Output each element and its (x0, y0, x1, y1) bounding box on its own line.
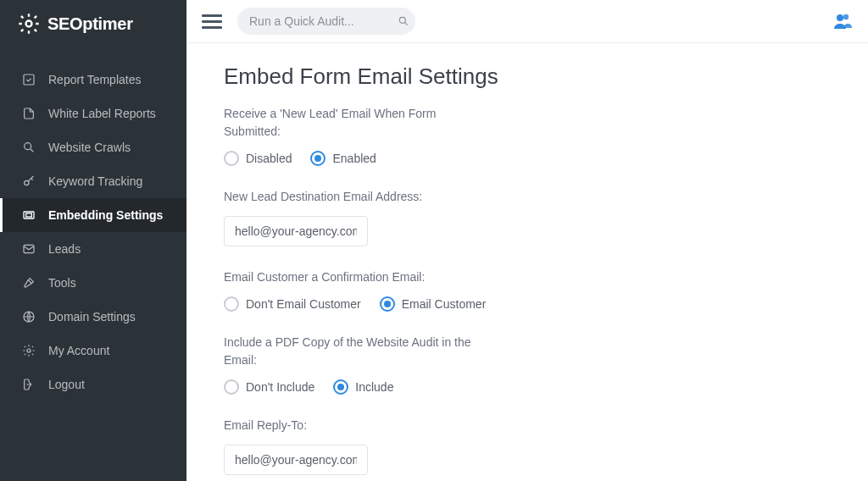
user-menu-button[interactable] (832, 11, 853, 31)
svg-rect-4 (24, 212, 34, 218)
sidebar-item-domain-settings[interactable]: Domain Settings (0, 300, 186, 334)
sidebar-item-report-templates[interactable]: Report Templates (0, 63, 186, 97)
sidebar-item-leads[interactable]: Leads (0, 232, 186, 266)
sidebar-item-logout[interactable]: Logout (0, 368, 186, 401)
sidebar-item-website-crawls[interactable]: Website Crawls (0, 130, 186, 164)
sidebar: SEOptimer Report Templates White Label R… (0, 0, 186, 481)
sidebar-item-tools[interactable]: Tools (0, 266, 186, 300)
radio-icon (333, 379, 348, 395)
sidebar-item-white-label-reports[interactable]: White Label Reports (0, 97, 186, 130)
sidebar-item-label: Report Templates (48, 73, 141, 86)
pdf-dont-include-radio[interactable]: Don't Include (224, 379, 314, 395)
radio-icon (380, 296, 395, 312)
confirm-email-label: Email Customer a Confirmation Email: (224, 268, 495, 286)
embed-icon (21, 207, 36, 223)
document-icon (21, 106, 36, 121)
reply-to-label: Email Reply-To: (224, 417, 495, 434)
globe-icon (21, 309, 36, 324)
sidebar-item-label: White Label Reports (48, 107, 156, 120)
hammer-icon (21, 275, 36, 290)
radio-label: Include (355, 380, 393, 394)
menu-toggle-button[interactable] (202, 11, 222, 31)
mail-icon (21, 241, 36, 257)
svg-point-11 (843, 14, 849, 19)
radio-label: Email Customer (402, 297, 487, 311)
new-lead-disabled-radio[interactable]: Disabled (224, 151, 292, 166)
sidebar-item-label: Keyword Tracking (48, 174, 142, 188)
sidebar-item-label: Website Crawls (48, 141, 131, 154)
radio-label: Don't Include (246, 380, 314, 394)
radio-icon (224, 296, 239, 312)
radio-label: Enabled (332, 152, 376, 165)
radio-icon (224, 379, 239, 395)
svg-point-2 (25, 143, 31, 150)
radio-label: Disabled (246, 152, 292, 165)
pencil-square-icon (21, 72, 36, 87)
new-lead-label: Receive a 'New Lead' Email When Form Sub… (224, 105, 495, 141)
sidebar-item-label: Leads (48, 242, 81, 256)
dest-email-input[interactable] (224, 216, 368, 246)
magnify-icon (21, 140, 36, 155)
radio-icon (310, 151, 326, 166)
sidebar-item-label: Embedding Settings (48, 208, 163, 222)
brand-name: SEOptimer (47, 14, 133, 34)
nav: Report Templates White Label Reports Web… (0, 47, 186, 401)
dest-email-label: New Lead Destination Email Address: (224, 188, 495, 206)
logo[interactable]: SEOptimer (0, 0, 186, 47)
sidebar-item-label: Logout (48, 378, 85, 391)
svg-point-9 (399, 18, 405, 24)
confirm-email-radio[interactable]: Email Customer (380, 296, 487, 312)
reply-to-input[interactable] (224, 445, 368, 475)
content: Embed Form Email Settings Receive a 'New… (186, 43, 868, 481)
svg-point-10 (837, 14, 843, 21)
svg-rect-1 (24, 75, 34, 85)
sidebar-item-embedding-settings[interactable]: Embedding Settings (0, 198, 186, 232)
key-icon (21, 174, 36, 189)
sidebar-item-label: Tools (48, 276, 76, 290)
pdf-label: Include a PDF Copy of the Website Audit … (224, 334, 495, 369)
sidebar-item-label: Domain Settings (48, 310, 136, 323)
pdf-include-radio[interactable]: Include (333, 379, 393, 395)
radio-icon (224, 151, 239, 166)
confirm-dont-email-radio[interactable]: Don't Email Customer (224, 296, 361, 312)
page-title: Embed Form Email Settings (224, 64, 831, 90)
topbar (186, 0, 868, 43)
sidebar-item-label: My Account (48, 344, 109, 357)
radio-label: Don't Email Customer (246, 297, 361, 311)
svg-point-0 (26, 21, 32, 27)
sidebar-item-keyword-tracking[interactable]: Keyword Tracking (0, 164, 186, 198)
search-icon (398, 15, 409, 27)
svg-point-8 (27, 349, 31, 352)
new-lead-enabled-radio[interactable]: Enabled (310, 151, 376, 166)
svg-rect-5 (26, 213, 32, 217)
search-box[interactable] (237, 8, 415, 35)
gear-icon (21, 343, 36, 358)
sidebar-item-my-account[interactable]: My Account (0, 334, 186, 368)
logout-icon (21, 377, 36, 392)
search-input[interactable] (249, 14, 398, 28)
logo-icon (17, 12, 41, 36)
